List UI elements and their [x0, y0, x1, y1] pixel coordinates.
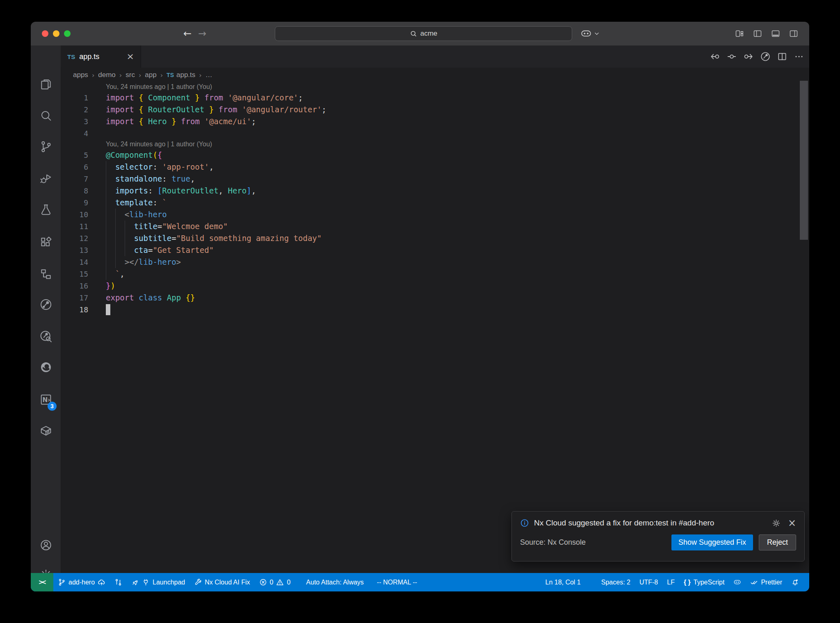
line-number: 4 [61, 127, 88, 139]
more-actions-icon[interactable] [794, 51, 804, 62]
statusbar-notifications[interactable] [787, 573, 803, 591]
activity-edge-tools[interactable] [31, 355, 61, 379]
code-editor[interactable]: You, 24 minutes ago | 1 author (You)1imp… [61, 82, 799, 316]
error-circle-icon [259, 578, 267, 586]
statusbar-label: 0 [270, 579, 274, 586]
codelens-blame[interactable]: You, 24 minutes ago | 1 author (You) [61, 82, 799, 92]
statusbar-language[interactable]: { }TypeScript [679, 573, 729, 591]
activity-source-control[interactable] [31, 135, 61, 159]
token-prop: standalone [115, 174, 162, 183]
activity-containers[interactable] [31, 419, 61, 443]
code-line-18: 18 [61, 304, 799, 316]
notification-settings-icon[interactable] [772, 519, 781, 528]
activity-search[interactable] [31, 104, 61, 127]
activity-nx-search[interactable] [31, 325, 61, 348]
line-number: 10 [61, 209, 88, 221]
breadcrumb-item-appts[interactable]: TSapp.ts [167, 71, 195, 79]
statusbar-label: UTF-8 [639, 579, 658, 586]
code-line-4: 4 [61, 127, 799, 139]
zoom-window-button[interactable] [64, 30, 71, 37]
statusbar-label: Nx Cloud AI Fix [205, 579, 250, 586]
activity-run-and-debug[interactable] [31, 167, 61, 191]
statusbar-formatter[interactable]: Prettier [746, 573, 787, 591]
code-line-10: 10 <lib-hero [61, 209, 799, 221]
token-b1: { [134, 93, 148, 102]
indent-guide [106, 197, 106, 209]
breadcrumb-item-src[interactable]: src [126, 71, 135, 79]
search-icon [39, 109, 52, 122]
warning-icon [276, 578, 284, 586]
statusbar-cursor-position[interactable]: Ln 18, Col 1 [541, 573, 585, 591]
nav-dash-icon[interactable] [726, 51, 737, 62]
statusbar-eol[interactable]: LF [662, 573, 679, 591]
copilot-icon [733, 578, 741, 586]
statusbar-auto-attach[interactable]: Auto Attach: Always [301, 573, 368, 591]
history-back-button[interactable]: ← [183, 22, 192, 45]
activity-nx-console[interactable]: N›3 [31, 388, 61, 412]
token-str: 'app-root' [162, 162, 209, 171]
token-str: "Welcmoe demo" [162, 222, 228, 231]
customize-layout-icon[interactable] [735, 29, 744, 39]
editor-scrollbar[interactable] [800, 81, 808, 240]
run-target-icon[interactable] [760, 51, 771, 62]
activity-extensions[interactable] [31, 230, 61, 254]
code-line-7: 7 standalone: true, [61, 173, 799, 185]
statusbar-git-compare[interactable] [110, 573, 127, 591]
copilot-menu-button[interactable] [580, 22, 600, 45]
statusbar-label: TypeScript [694, 579, 725, 586]
notification-close-icon[interactable]: × [788, 518, 796, 528]
statusbar-launchpad[interactable]: Launchpad [127, 573, 189, 591]
vscode-window: ← → acme N›3 TS app.ts × apps›demo›src›a… [31, 22, 809, 591]
activity-hierarchy[interactable] [31, 262, 61, 286]
token-punct [106, 174, 115, 183]
breadcrumb-item-[interactable]: … [205, 71, 212, 79]
token-punct [106, 162, 115, 171]
split-editor-icon[interactable] [777, 51, 788, 62]
statusbar-git-branch[interactable]: add-hero [53, 573, 110, 591]
statusbar-label: -- NORMAL -- [377, 579, 417, 586]
history-forward-button[interactable]: → [198, 22, 206, 45]
statusbar-label: Spaces: 2 [601, 579, 630, 586]
show-suggested-fix-button[interactable]: Show Suggested Fix [671, 534, 753, 550]
close-tab-icon[interactable]: × [127, 52, 134, 61]
breadcrumb-item-apps[interactable]: apps [73, 71, 88, 79]
statusbar-problems[interactable]: 00 [255, 573, 295, 591]
command-center-search[interactable]: acme [275, 26, 572, 41]
nav-forward-icon[interactable] [743, 51, 754, 62]
statusbar-vim-mode[interactable]: -- NORMAL -- [372, 573, 422, 591]
toggle-secondary-sidebar-icon[interactable] [789, 29, 799, 39]
line-number: 9 [61, 197, 88, 209]
token-b1: ) [110, 281, 115, 290]
status-bar: >< add-heroLaunchpadNx Cloud AI Fix00Aut… [31, 573, 809, 591]
toggle-panel-icon[interactable] [771, 29, 781, 39]
reject-button[interactable]: Reject [759, 534, 796, 550]
statusbar-indentation[interactable]: Spaces: 2 [597, 573, 635, 591]
search-value: acme [420, 30, 438, 38]
breadcrumb-item-app[interactable]: app [145, 71, 156, 79]
close-window-button[interactable] [42, 30, 48, 37]
breadcrumb-item-demo[interactable]: demo [98, 71, 116, 79]
statusbar-copilot[interactable] [729, 573, 746, 591]
extensions-icon [39, 236, 52, 249]
statusbar-nx-cloud-ai-fix[interactable]: Nx Cloud AI Fix [189, 573, 254, 591]
titlebar: ← → acme [31, 22, 809, 46]
codelens-blame[interactable]: You, 24 minutes ago | 1 author (You) [61, 139, 799, 149]
activity-accounts[interactable] [31, 533, 61, 557]
code-line-3: 3import { Hero } from '@acme/ui'; [61, 116, 799, 127]
token-type: Component [148, 93, 190, 102]
nav-back-icon[interactable] [710, 51, 720, 62]
breadcrumb-separator: › [119, 71, 122, 79]
activity-nx-project-graph[interactable] [31, 293, 61, 316]
toggle-primary-sidebar-icon[interactable] [753, 29, 762, 39]
minimize-window-button[interactable] [53, 30, 59, 37]
remote-indicator[interactable]: >< [31, 573, 53, 591]
tab-app-ts[interactable]: TS app.ts × [61, 45, 141, 68]
token-punct [223, 93, 228, 102]
statusbar-encoding[interactable]: UTF-8 [635, 573, 662, 591]
line-number: 6 [61, 161, 88, 173]
token-str: '@angular/router' [242, 105, 322, 114]
activity-testing[interactable] [31, 198, 61, 222]
token-b1: } [167, 117, 181, 126]
activity-explorer[interactable] [31, 73, 61, 96]
search-icon [410, 30, 417, 37]
